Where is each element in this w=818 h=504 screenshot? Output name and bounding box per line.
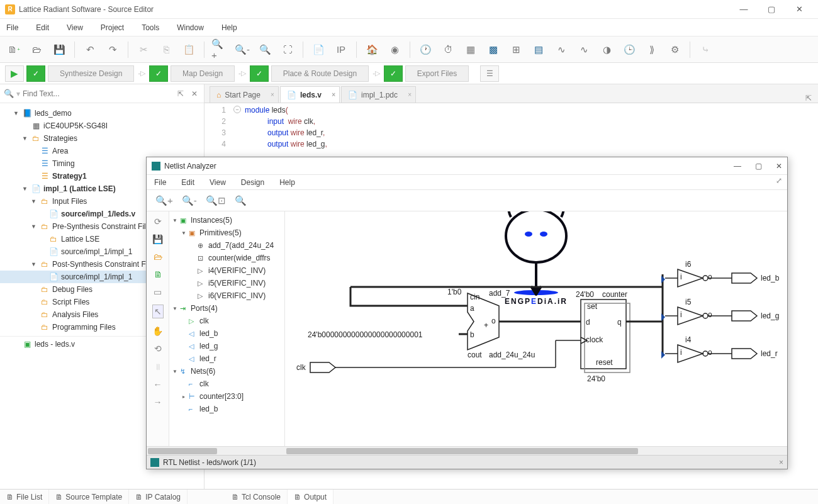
- constraints-icon[interactable]: 📄: [310, 41, 327, 59]
- waveform-icon[interactable]: ∿: [575, 41, 593, 59]
- tree-root[interactable]: ▼📘leds_demo: [0, 107, 204, 120]
- menu-tools[interactable]: Tools: [142, 23, 159, 32]
- close-button[interactable]: ✕: [785, 0, 813, 19]
- popout-editor-icon[interactable]: ⇱: [805, 94, 812, 103]
- export-stage[interactable]: Export Files: [405, 65, 469, 82]
- schematic-canvas[interactable]: ENGPEDiA.iR + cin a b o cout add_7 add_2…: [285, 211, 787, 446]
- settings-icon[interactable]: ⚙: [666, 41, 683, 59]
- place-route-stage[interactable]: Place & Route Design: [271, 65, 369, 82]
- power-icon[interactable]: ⏱: [439, 41, 457, 59]
- tree-primitives[interactable]: ▼▣Primitives(5): [171, 227, 283, 239]
- minimize-button[interactable]: —: [730, 0, 758, 19]
- tree-net-counter[interactable]: ▸⊢counter[23:0]: [171, 390, 283, 403]
- tree-port-clk[interactable]: ▷clk: [171, 315, 283, 327]
- open-icon[interactable]: 🗁: [154, 252, 162, 262]
- package-view-icon[interactable]: ⊞: [507, 41, 525, 59]
- footer-file-list[interactable]: 🗎File List: [0, 490, 49, 504]
- tree-instances[interactable]: ▼▣Instances(5): [171, 214, 283, 227]
- menu-file[interactable]: File: [6, 23, 18, 32]
- tree-scrollbar[interactable]: [147, 446, 285, 455]
- menu-edit[interactable]: Edit: [36, 23, 49, 32]
- floorplan-icon[interactable]: ▦: [462, 41, 479, 59]
- menu-view[interactable]: View: [67, 23, 83, 32]
- timing-analyzer-icon[interactable]: 🕐: [417, 41, 434, 59]
- task-detail-button[interactable]: ☰: [480, 65, 499, 82]
- map-stage[interactable]: Map Design: [171, 65, 235, 82]
- canvas-scrollbar[interactable]: [285, 446, 787, 455]
- close-icon[interactable]: ×: [332, 91, 335, 98]
- back-icon[interactable]: ←: [154, 379, 162, 389]
- tree-i4[interactable]: ▷i4(VERIFIC_INV): [171, 264, 283, 277]
- maximize-button[interactable]: ▢: [755, 162, 762, 171]
- clock-icon[interactable]: 🕒: [620, 41, 638, 59]
- save-icon[interactable]: 💾: [152, 234, 163, 244]
- zoom-in-icon[interactable]: 🔍+: [155, 195, 173, 206]
- tree-ports[interactable]: ▼⇥Ports(4): [171, 302, 283, 315]
- pointer-tool-icon[interactable]: ↖: [152, 305, 164, 318]
- tree-nets[interactable]: ▼↯Nets(6): [171, 365, 283, 378]
- tree-area[interactable]: ☰Area: [0, 145, 204, 157]
- nl-menu-edit[interactable]: Edit: [181, 178, 194, 187]
- nl-menu-file[interactable]: File: [154, 178, 166, 187]
- tree-net-ledb[interactable]: ⌐led_b: [171, 403, 283, 415]
- zoom-in-icon[interactable]: 🔍+: [211, 41, 228, 59]
- footer-ip-catalog[interactable]: 🗎IP Catalog: [129, 490, 188, 504]
- netlist-titlebar[interactable]: Netlist Analyzer — ▢ ✕: [147, 157, 787, 175]
- expand-icon[interactable]: ⤢: [776, 176, 782, 185]
- open-folder-icon[interactable]: 🗁: [28, 41, 45, 59]
- physical-view-icon[interactable]: ▩: [485, 41, 502, 59]
- synthesize-stage[interactable]: Synthesize Design: [48, 65, 134, 82]
- footer-source-template[interactable]: 🗎Source Template: [49, 490, 129, 504]
- nl-menu-design[interactable]: Design: [241, 178, 264, 187]
- reveal-icon[interactable]: ◉: [386, 41, 403, 59]
- home-icon[interactable]: 🏠: [363, 41, 381, 59]
- footer-output[interactable]: 🗎Output: [288, 490, 333, 504]
- simulation-icon[interactable]: ∿: [552, 41, 570, 59]
- tree-counter[interactable]: ⊡counter(wide_dffrs: [171, 252, 283, 264]
- tab-start-page[interactable]: ⌂Start Page×: [210, 86, 279, 103]
- cut-icon[interactable]: ✂: [135, 41, 152, 59]
- run-all-button[interactable]: ▶: [5, 65, 24, 82]
- ip-icon[interactable]: IP: [332, 41, 350, 59]
- close-icon[interactable]: ×: [408, 91, 412, 98]
- tree-i5[interactable]: ▷i5(VERIFIC_INV): [171, 277, 283, 289]
- close-icon[interactable]: ×: [271, 91, 274, 98]
- nl-menu-view[interactable]: View: [210, 178, 226, 187]
- refresh-icon[interactable]: ⟳: [154, 216, 162, 227]
- tree-strategies[interactable]: ▼🗀Strategies: [0, 132, 204, 145]
- zoom-fit-icon[interactable]: 🔍⊡: [206, 195, 226, 206]
- redo-icon[interactable]: ↷: [104, 41, 121, 59]
- footer-tcl-console[interactable]: 🗎Tcl Console: [225, 490, 288, 504]
- nl-menu-help[interactable]: Help: [279, 178, 295, 187]
- search-input[interactable]: [23, 89, 172, 98]
- zoom-out-icon[interactable]: 🔍-: [182, 195, 197, 206]
- tree-device[interactable]: ▦iCE40UP5K-SG48I: [0, 120, 204, 132]
- maximize-button[interactable]: ▢: [758, 0, 785, 19]
- dropdown-icon[interactable]: ▾: [16, 89, 20, 98]
- rotate-icon[interactable]: ⟲: [154, 344, 162, 354]
- tree-port-ledb[interactable]: ◁led_b: [171, 327, 283, 340]
- save-icon[interactable]: 💾: [50, 41, 68, 59]
- tree-port-ledg[interactable]: ◁led_g: [171, 340, 283, 352]
- programmer-icon[interactable]: ◑: [598, 41, 615, 59]
- zoom-area-icon[interactable]: ⛶: [279, 41, 296, 59]
- paste-icon[interactable]: 📋: [180, 41, 198, 59]
- tab-impl-pdc[interactable]: 📄impl_1.pdc×: [341, 86, 416, 103]
- pan-tool-icon[interactable]: ✋: [152, 326, 163, 336]
- popout-icon[interactable]: ⇱: [175, 89, 186, 98]
- add-icon[interactable]: 🗎: [154, 269, 162, 279]
- status-close-icon[interactable]: ×: [779, 458, 783, 467]
- tree-add7[interactable]: ⊕add_7(add_24u_24: [171, 239, 283, 252]
- reports-icon[interactable]: ⟫: [643, 41, 661, 59]
- copy-icon[interactable]: ⎘: [157, 41, 175, 59]
- zoom-out-icon[interactable]: 🔍-: [233, 41, 251, 59]
- forward-icon[interactable]: →: [154, 397, 162, 407]
- menu-window[interactable]: Window: [177, 23, 204, 32]
- tab-leds-v[interactable]: 📄leds.v×: [280, 86, 340, 103]
- menu-help[interactable]: Help: [221, 23, 237, 32]
- close-pane-icon[interactable]: ✕: [189, 89, 200, 98]
- tree-net-clk[interactable]: ⌐clk: [171, 378, 283, 390]
- hierarchy-icon[interactable]: ॥: [155, 361, 160, 372]
- zoom-reset-icon[interactable]: 🔍: [235, 195, 247, 206]
- new-file-icon[interactable]: 🗎+: [5, 41, 23, 59]
